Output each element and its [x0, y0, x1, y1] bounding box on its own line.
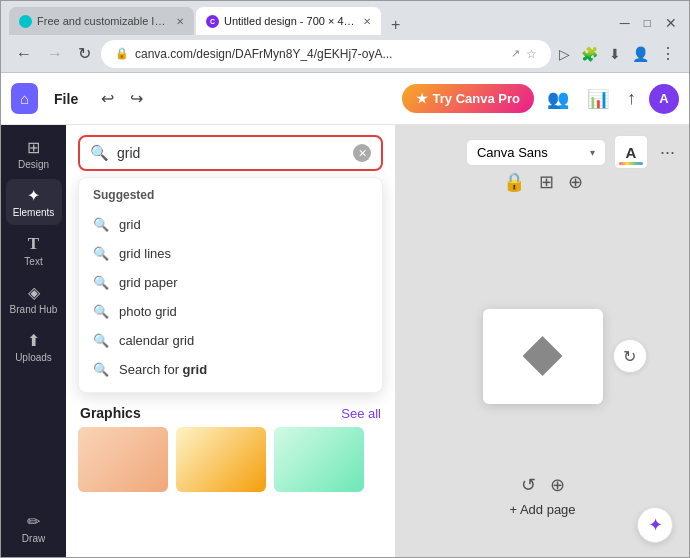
suggestion-text-6: Search for grid [119, 362, 207, 377]
star-icon[interactable]: ☆ [526, 47, 537, 61]
download-icon[interactable]: ⬇ [606, 43, 624, 65]
suggestion-text-5: calendar grid [119, 333, 194, 348]
suggestion-grid[interactable]: 🔍 grid [79, 210, 382, 239]
suggestion-grid-paper[interactable]: 🔍 grid paper [79, 268, 382, 297]
add-element-button[interactable]: ⊕ [550, 474, 565, 496]
canvas-shape [523, 336, 563, 376]
suggestion-search-for-grid[interactable]: 🔍 Search for grid [79, 355, 382, 384]
brand-icon: ◈ [28, 283, 40, 302]
redo-button[interactable]: ↪ [123, 84, 150, 113]
uploads-icon: ⬆ [27, 331, 40, 350]
pro-star-icon: ★ [416, 91, 428, 106]
tab-label-active: Untitled design - 700 × 400p... [224, 15, 358, 27]
suggestion-search-icon-6: 🔍 [93, 362, 109, 377]
search-clear-button[interactable]: ✕ [353, 144, 371, 162]
tab-label: Free and customizable Insta... [37, 15, 171, 27]
graphic-thumb-3[interactable] [274, 427, 364, 492]
profile-icon[interactable]: 👤 [629, 43, 652, 65]
people-button[interactable]: 👥 [542, 83, 574, 115]
font-selector[interactable]: Canva Sans ▾ [466, 139, 606, 166]
extensions-icon[interactable]: 🧩 [578, 43, 601, 65]
nav-back-button[interactable]: ← [11, 42, 37, 66]
suggestion-text-3: grid paper [119, 275, 178, 290]
search-icon: 🔍 [90, 144, 109, 162]
sidebar-item-elements[interactable]: ✦ Elements [6, 179, 62, 225]
suggestion-text-1: grid [119, 217, 141, 232]
suggestion-search-icon-3: 🔍 [93, 275, 109, 290]
refresh-button[interactable]: ↻ [613, 339, 647, 373]
file-menu-button[interactable]: File [46, 87, 86, 111]
graphics-section-title: Graphics [80, 405, 141, 421]
external-link-icon: ↗ [511, 47, 520, 60]
tab-favicon-untitled: C [206, 15, 219, 28]
tab-untitled-design[interactable]: C Untitled design - 700 × 400p... ✕ [196, 7, 381, 35]
nav-refresh-button[interactable]: ↻ [73, 41, 96, 66]
search-input[interactable] [117, 145, 345, 161]
suggestion-text-4: photo grid [119, 304, 177, 319]
uploads-label: Uploads [15, 352, 52, 363]
graphics-section: Graphics See all [66, 401, 395, 427]
draw-icon: ✏ [27, 512, 40, 531]
more-options-icon[interactable]: ⋮ [657, 41, 679, 66]
add-page-label: + Add page [509, 502, 575, 517]
see-all-link[interactable]: See all [341, 406, 381, 421]
chevron-down-icon: ▾ [590, 147, 595, 158]
text-icon: T [28, 234, 39, 254]
sidebar-item-draw[interactable]: ✏ Draw [6, 505, 62, 551]
window-maximize[interactable]: □ [640, 16, 655, 30]
sidebar-item-uploads[interactable]: ⬆ Uploads [6, 324, 62, 370]
text-label: Text [24, 256, 42, 267]
sidebar-item-design[interactable]: ⊞ Design [6, 131, 62, 177]
address-bar[interactable]: 🔒 canva.com/design/DAFrMyn8Y_4/gEKHj7-oy… [101, 40, 551, 68]
avatar-button[interactable]: A [649, 84, 679, 114]
suggestion-search-icon-5: 🔍 [93, 333, 109, 348]
brand-label: Brand Hub [10, 304, 58, 315]
try-canva-pro-button[interactable]: ★ Try Canva Pro [402, 84, 534, 113]
window-close[interactable]: ✕ [661, 15, 681, 31]
add-page-button[interactable]: + Add page [509, 502, 575, 517]
more-options-button[interactable]: ··· [656, 138, 679, 167]
suggestion-text-2: grid lines [119, 246, 171, 261]
sidebar-item-brand[interactable]: ◈ Brand Hub [6, 276, 62, 322]
undo-button[interactable]: ↩ [94, 84, 121, 113]
chart-button[interactable]: 📊 [582, 83, 614, 115]
window-minimize[interactable]: ─ [616, 15, 634, 31]
share-button[interactable]: ↑ [622, 83, 641, 114]
suggestion-photo-grid[interactable]: 🔍 photo grid [79, 297, 382, 326]
rotate-button[interactable]: ↺ [521, 474, 536, 496]
cast-icon[interactable]: ▷ [556, 43, 573, 65]
draw-label: Draw [22, 533, 45, 544]
elements-icon: ✦ [27, 186, 40, 205]
nav-forward-button[interactable]: → [42, 42, 68, 66]
search-box[interactable]: 🔍 ✕ [78, 135, 383, 171]
duplicate-canvas-button[interactable]: ⊞ [539, 171, 554, 193]
text-color-button[interactable]: A [614, 135, 648, 169]
suggestion-calendar-grid[interactable]: 🔍 calendar grid [79, 326, 382, 355]
tab-favicon-canva [19, 15, 32, 28]
canvas-frame [483, 309, 603, 404]
suggestions-label: Suggested [79, 186, 382, 210]
font-name-label: Canva Sans [477, 145, 548, 160]
suggestion-search-icon-2: 🔍 [93, 246, 109, 261]
sidebar-item-text[interactable]: T Text [6, 227, 62, 274]
address-text: canva.com/design/DAFrMyn8Y_4/gEKHj7-oyA.… [135, 47, 505, 61]
lock-canvas-button[interactable]: 🔒 [503, 171, 525, 193]
design-label: Design [18, 159, 49, 170]
graphic-thumb-1[interactable] [78, 427, 168, 492]
color-stripe [619, 162, 643, 165]
design-icon: ⊞ [27, 138, 40, 157]
lock-icon: 🔒 [115, 47, 129, 60]
suggestions-dropdown: Suggested 🔍 grid 🔍 grid lines 🔍 grid pap… [78, 177, 383, 393]
elements-label: Elements [13, 207, 55, 218]
tab-canva-instagram[interactable]: Free and customizable Insta... ✕ [9, 7, 194, 35]
canva-home-button[interactable]: ⌂ [11, 83, 38, 114]
new-tab-button[interactable]: + [385, 15, 406, 35]
magic-button[interactable]: ✦ [637, 507, 673, 543]
tab-close-icon[interactable]: ✕ [176, 16, 184, 27]
suggestion-grid-lines[interactable]: 🔍 grid lines [79, 239, 382, 268]
letter-a-icon: A [626, 144, 637, 161]
tab-close-active-icon[interactable]: ✕ [363, 16, 371, 27]
home-icon: ⌂ [20, 90, 29, 107]
graphic-thumb-2[interactable] [176, 427, 266, 492]
add-canvas-button[interactable]: ⊕ [568, 171, 583, 193]
